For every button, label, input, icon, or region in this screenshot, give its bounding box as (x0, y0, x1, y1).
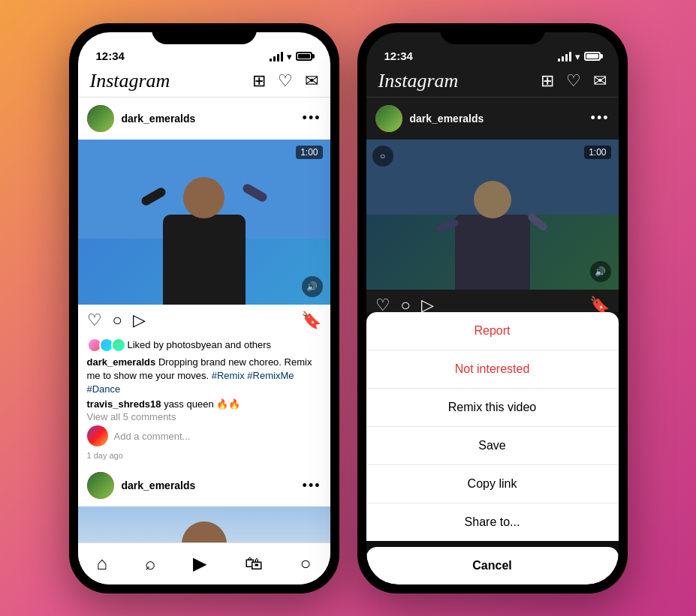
post-header-right: dark_emeralds ••• (366, 98, 619, 140)
signal-bars-left (270, 52, 283, 62)
status-time-right: 12:34 (384, 50, 413, 62)
bottom-nav-left: ⌂ ⌕ ▶ 🛍 ○ (78, 542, 330, 584)
ig-header-icons-right: ⊞ ♡ ✉ (541, 73, 607, 89)
likes-text-1: Liked by photosbyean and others (128, 339, 272, 350)
shop-nav-icon[interactable]: 🛍 (245, 553, 263, 574)
reels-nav-icon[interactable]: ▶ (193, 553, 206, 574)
messenger-icon-right[interactable]: ✉ (593, 73, 607, 89)
phone-inner-right: 12:34 ▾ Instagram ⊞ ♡ ✉ (366, 32, 619, 584)
battery-icon-right (584, 52, 601, 61)
figure-2-body (182, 521, 227, 542)
feed-left: dark_emeralds ••• (78, 98, 330, 542)
bottom-sheet: Report Not interested Remix this video S… (366, 312, 619, 584)
post-user-1: dark_emeralds (87, 105, 196, 132)
video-person-dark (366, 140, 619, 290)
video-timer-1: 1:00 (296, 146, 322, 159)
commenter-name-1[interactable]: travis_shreds18 (87, 398, 161, 410)
notch-left (152, 23, 257, 44)
home-nav-icon[interactable]: ⌂ (97, 553, 108, 574)
ig-header-icons-left: ⊞ ♡ ✉ (252, 73, 318, 89)
ig-header-left: Instagram ⊞ ♡ ✉ (78, 65, 330, 98)
post-media-right: ○ 1:00 🔊 (366, 140, 619, 290)
share-icon-1[interactable]: ▷ (133, 311, 146, 330)
post-actions-1: ♡ ○ ▷ 🔖 (78, 305, 330, 336)
wifi-icon-right: ▾ (575, 51, 580, 62)
post-right-1: dark_emeralds ••• (366, 98, 619, 321)
signal-bars-right (558, 52, 571, 62)
sheet-item-remix[interactable]: Remix this video (366, 389, 619, 427)
sound-btn-1[interactable]: 🔊 (302, 276, 323, 297)
profile-nav-icon[interactable]: ○ (300, 553, 312, 574)
plus-square-icon[interactable]: ⊞ (252, 73, 266, 89)
post-1: dark_emeralds ••• (78, 98, 330, 465)
bookmark-icon-1[interactable]: 🔖 (301, 311, 321, 330)
likes-row-1: Liked by photosbyean and others (87, 338, 321, 353)
comment-body-1: yass queen 🔥🔥 (164, 398, 240, 410)
username-right[interactable]: dark_emeralds (410, 113, 484, 125)
search-nav-icon[interactable]: ⌕ (145, 553, 155, 574)
liked-avatars-1 (87, 338, 123, 353)
username-1[interactable]: dark_emeralds (122, 113, 196, 125)
sheet-item-not-interested[interactable]: Not interested (366, 350, 619, 389)
mini-avatar-3 (111, 338, 126, 353)
bottom-sheet-menu: Report Not interested Remix this video S… (366, 312, 619, 541)
post-2: dark_emeralds ••• (78, 464, 330, 542)
more-icon-2[interactable]: ••• (303, 478, 321, 494)
post-header-1: dark_emeralds ••• (78, 98, 330, 140)
comment-user-1: travis_shreds18 yass queen 🔥🔥 (87, 398, 321, 410)
more-icon-1[interactable]: ••• (303, 110, 321, 126)
ig-header-right: Instagram ⊞ ♡ ✉ (366, 65, 619, 98)
actions-left-1: ♡ ○ ▷ (87, 311, 146, 330)
user-avatar-small (87, 425, 108, 446)
add-comment-input-1[interactable]: Add a comment... (114, 431, 191, 442)
username-2[interactable]: dark_emeralds (122, 479, 196, 491)
caption-text-1: dark_emeralds Dropping brand new choreo.… (87, 356, 321, 397)
sound-btn-right[interactable]: 🔊 (590, 261, 611, 282)
sheet-item-report[interactable]: Report (366, 312, 619, 350)
more-icon-right[interactable]: ••• (591, 110, 610, 126)
timestamp-1: 1 day ago (78, 451, 330, 464)
caption-username-1[interactable]: dark_emeralds (87, 356, 156, 368)
add-comment-row-1: Add a comment... (87, 425, 321, 446)
avatar-1 (87, 105, 114, 132)
mute-btn-right[interactable]: ○ (366, 140, 399, 173)
heart-icon-right[interactable]: ♡ (566, 73, 581, 89)
like-icon-1[interactable]: ♡ (87, 311, 102, 330)
post-user-right: dark_emeralds (375, 105, 484, 132)
fig-head-1 (183, 177, 224, 218)
video-timer-right: 1:00 (584, 146, 610, 159)
post-media-1: 1:00 🔊 (78, 140, 330, 305)
post-media-2 (78, 506, 330, 542)
messenger-icon[interactable]: ✉ (305, 73, 318, 89)
status-icons-left: ▾ (270, 51, 312, 62)
phones-container: 12:34 ▾ Instagram ⊞ ♡ ✉ (69, 23, 628, 593)
status-time-left: 12:34 (96, 50, 125, 62)
phone-right: 12:34 ▾ Instagram ⊞ ♡ ✉ (357, 23, 628, 593)
avatar-2 (87, 472, 114, 499)
sheet-item-save[interactable]: Save (366, 427, 619, 465)
plus-square-icon-right[interactable]: ⊞ (541, 73, 554, 89)
wifi-icon-left: ▾ (287, 51, 292, 62)
heart-icon[interactable]: ♡ (278, 73, 293, 89)
post-caption-1: Liked by photosbyean and others dark_eme… (78, 336, 330, 452)
notch-right (440, 23, 545, 44)
post-header-2: dark_emeralds ••• (78, 464, 330, 506)
battery-icon-left (296, 52, 312, 61)
sheet-item-share[interactable]: Share to... (366, 503, 619, 541)
phone-left: 12:34 ▾ Instagram ⊞ ♡ ✉ (69, 23, 339, 593)
ig-logo-right: Instagram (378, 70, 459, 92)
status-icons-right: ▾ (558, 51, 601, 62)
figure-1 (163, 177, 246, 305)
ig-logo-left: Instagram (90, 70, 170, 92)
phone-inner-left: 12:34 ▾ Instagram ⊞ ♡ ✉ (78, 32, 330, 584)
avatar-right (375, 105, 402, 132)
comment-icon-1[interactable]: ○ (113, 311, 122, 330)
post-user-2: dark_emeralds (87, 472, 196, 499)
fig-body-1 (163, 215, 246, 305)
view-comments-1[interactable]: View all 5 comments (87, 411, 321, 422)
sheet-item-copy-link[interactable]: Copy link (366, 465, 619, 503)
sheet-cancel-button[interactable]: Cancel (366, 547, 619, 584)
